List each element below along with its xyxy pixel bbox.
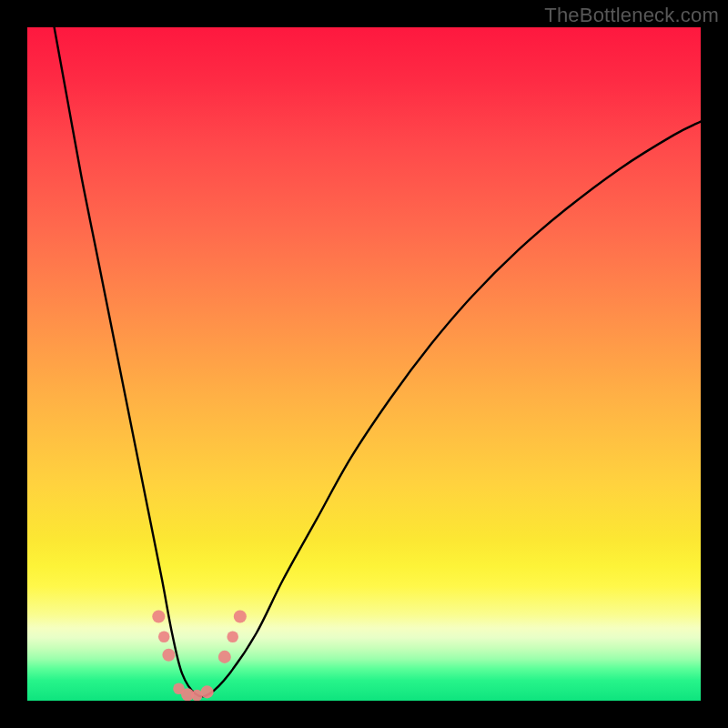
bottleneck-curve (55, 27, 701, 696)
curve-layer (27, 27, 701, 701)
chart-frame: TheBottleneck.com (0, 0, 728, 728)
curve-marker (162, 649, 175, 662)
curve-marker (227, 631, 238, 642)
curve-marker (152, 610, 165, 622)
curve-markers (152, 610, 247, 701)
curve-marker (201, 685, 214, 698)
curve-marker (158, 631, 170, 642)
watermark-text: TheBottleneck.com (544, 4, 719, 27)
plot-area (27, 27, 701, 701)
curve-marker (218, 651, 231, 663)
curve-marker (234, 610, 247, 622)
